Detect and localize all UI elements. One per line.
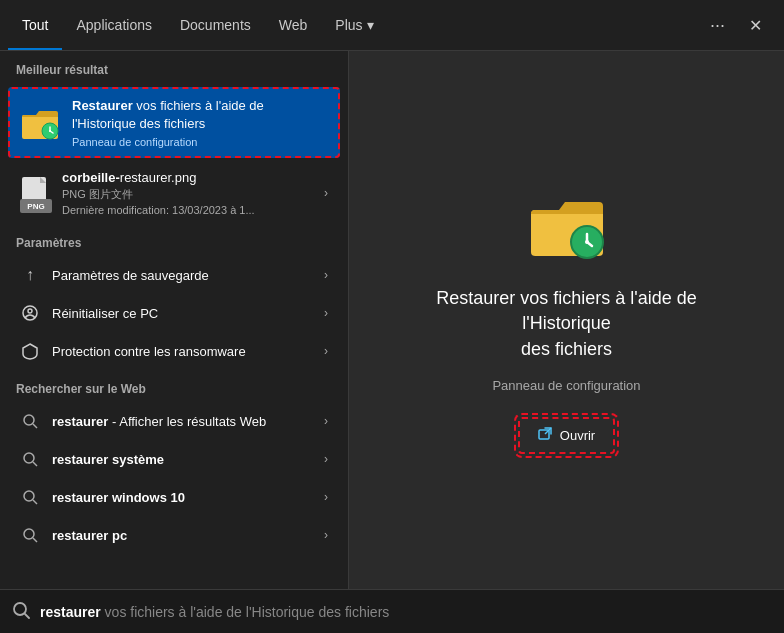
tab-web-label: Web bbox=[279, 17, 308, 33]
file-item[interactable]: PNG corbeille-restaurer.png PNG 图片文件 Der… bbox=[4, 162, 344, 224]
svg-point-12 bbox=[24, 453, 34, 463]
svg-line-15 bbox=[33, 500, 37, 504]
file-item-chevron-icon: › bbox=[324, 186, 328, 200]
web-item-3[interactable]: restaurer pc › bbox=[4, 516, 344, 554]
svg-point-16 bbox=[24, 529, 34, 539]
open-button[interactable]: Ouvrir bbox=[518, 417, 615, 454]
ransomware-icon bbox=[20, 341, 40, 361]
open-button-label: Ouvrir bbox=[560, 428, 595, 443]
web-item-label-3: restaurer pc bbox=[52, 528, 312, 543]
tab-tout-label: Tout bbox=[22, 17, 48, 33]
settings-section-label: Paramètres bbox=[0, 224, 348, 256]
chevron-down-icon: ▾ bbox=[367, 17, 374, 33]
tab-documents[interactable]: Documents bbox=[166, 0, 265, 50]
web-item-label-0: restaurer - Afficher les résultats Web bbox=[52, 414, 312, 429]
best-result-title: Restaurer vos fichiers à l'aide de l'His… bbox=[72, 97, 328, 133]
svg-point-9 bbox=[28, 309, 32, 313]
top-navigation: Tout Applications Documents Web Plus ▾ ·… bbox=[0, 0, 784, 51]
svg-line-17 bbox=[33, 538, 37, 542]
ellipsis-icon: ··· bbox=[710, 15, 725, 36]
tab-tout[interactable]: Tout bbox=[8, 0, 62, 50]
web-item-label-2: restaurer windows 10 bbox=[52, 490, 312, 505]
web-item-0[interactable]: restaurer - Afficher les résultats Web › bbox=[4, 402, 344, 440]
search-bar[interactable]: restaurer vos fichiers à l'aide de l'His… bbox=[0, 589, 784, 633]
best-result-item[interactable]: Restaurer vos fichiers à l'aide de l'His… bbox=[8, 87, 340, 158]
file-info: corbeille-restaurer.png PNG 图片文件 Dernièr… bbox=[62, 170, 314, 216]
more-dropdown[interactable]: Plus ▾ bbox=[321, 0, 387, 50]
ransomware-chevron-icon: › bbox=[324, 344, 328, 358]
search-web-icon-0 bbox=[20, 411, 40, 431]
settings-item-ransomware[interactable]: Protection contre les ransomware › bbox=[4, 332, 344, 370]
search-web-icon-1 bbox=[20, 449, 40, 469]
more-label: Plus bbox=[335, 17, 362, 33]
search-icon bbox=[12, 601, 30, 623]
close-button[interactable]: ✕ bbox=[735, 0, 776, 50]
search-typed-text: restaurer bbox=[40, 604, 101, 620]
web-item-chevron-1: › bbox=[324, 452, 328, 466]
png-file-icon: PNG bbox=[20, 177, 52, 209]
svg-point-25 bbox=[14, 603, 26, 615]
open-button-icon bbox=[538, 427, 552, 444]
folder-clock-icon bbox=[20, 103, 60, 143]
left-panel: Meilleur résultat Restaurer vos fi bbox=[0, 51, 348, 589]
svg-line-11 bbox=[33, 424, 37, 428]
ellipsis-button[interactable]: ··· bbox=[700, 0, 735, 50]
right-panel-icon bbox=[527, 186, 607, 270]
svg-text:PNG: PNG bbox=[27, 202, 44, 211]
tab-applications[interactable]: Applications bbox=[62, 0, 166, 50]
web-section-label: Rechercher sur le Web bbox=[0, 370, 348, 402]
web-item-chevron-2: › bbox=[324, 490, 328, 504]
svg-point-22 bbox=[585, 240, 589, 244]
file-name: corbeille-restaurer.png bbox=[62, 170, 314, 185]
file-type: PNG 图片文件 bbox=[62, 187, 314, 202]
best-result-icon bbox=[20, 103, 60, 143]
svg-line-13 bbox=[33, 462, 37, 466]
main-content: Meilleur résultat Restaurer vos fi bbox=[0, 51, 784, 589]
search-web-icon-3 bbox=[20, 525, 40, 545]
svg-point-10 bbox=[24, 415, 34, 425]
right-panel-title: Restaurer vos fichiers à l'aide de l'His… bbox=[397, 286, 737, 362]
settings-item-reinitialiser[interactable]: Réinitialiser ce PC › bbox=[4, 294, 344, 332]
tab-applications-label: Applications bbox=[76, 17, 152, 33]
sauvegarde-label: Paramètres de sauvegarde bbox=[52, 268, 312, 283]
sauvegarde-icon: ↑ bbox=[20, 265, 40, 285]
right-panel-subtitle: Panneau de configuration bbox=[492, 378, 640, 393]
svg-point-4 bbox=[49, 130, 51, 132]
search-text[interactable]: restaurer vos fichiers à l'aide de l'His… bbox=[40, 604, 772, 620]
reinitialiser-chevron-icon: › bbox=[324, 306, 328, 320]
ransomware-label: Protection contre les ransomware bbox=[52, 344, 312, 359]
reinitialiser-label: Réinitialiser ce PC bbox=[52, 306, 312, 321]
svg-line-26 bbox=[25, 614, 29, 618]
web-item-chevron-0: › bbox=[324, 414, 328, 428]
settings-item-sauvegarde[interactable]: ↑ Paramètres de sauvegarde › bbox=[4, 256, 344, 294]
web-item-chevron-3: › bbox=[324, 528, 328, 542]
sauvegarde-chevron-icon: › bbox=[324, 268, 328, 282]
right-panel: Restaurer vos fichiers à l'aide de l'His… bbox=[349, 51, 784, 589]
svg-line-24 bbox=[545, 428, 551, 434]
search-suggestion-text: vos fichiers à l'aide de l'Historique de… bbox=[101, 604, 390, 620]
reinitialiser-icon bbox=[20, 303, 40, 323]
best-result-subtitle: Panneau de configuration bbox=[72, 136, 328, 148]
tab-documents-label: Documents bbox=[180, 17, 251, 33]
file-modified: Dernière modification: 13/03/2023 à 1... bbox=[62, 204, 314, 216]
search-web-icon-2 bbox=[20, 487, 40, 507]
best-result-text: Restaurer vos fichiers à l'aide de l'His… bbox=[72, 97, 328, 148]
close-icon: ✕ bbox=[749, 16, 762, 35]
tab-web[interactable]: Web bbox=[265, 0, 322, 50]
best-result-section-label: Meilleur résultat bbox=[0, 51, 348, 83]
web-item-label-1: restaurer système bbox=[52, 452, 312, 467]
svg-point-14 bbox=[24, 491, 34, 501]
web-item-1[interactable]: restaurer système › bbox=[4, 440, 344, 478]
web-item-2[interactable]: restaurer windows 10 › bbox=[4, 478, 344, 516]
